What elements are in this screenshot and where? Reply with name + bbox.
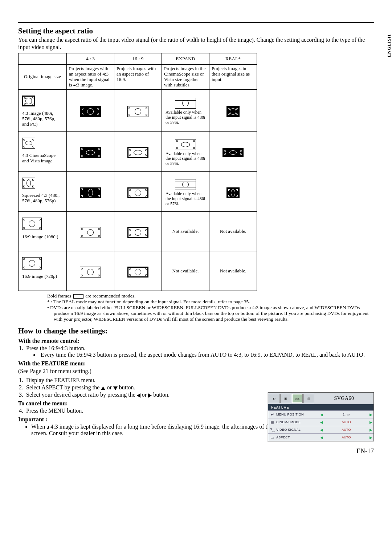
step-feature-2: Select ASPECT by pressing the or button. bbox=[25, 384, 374, 391]
thumb-icon bbox=[127, 106, 148, 117]
osd-feature-menu: ◐ ▣ opt. ▤ SVGA60 FEATURE ↵ MENU POSITIO… bbox=[268, 392, 374, 441]
thumb-icon bbox=[22, 218, 42, 230]
osd-tab-3[interactable]: opt. bbox=[292, 394, 303, 403]
thumb-icon bbox=[22, 96, 35, 106]
row-label-720p: 16:9 image (720p) bbox=[19, 251, 67, 291]
col-header-16-9: 16 : 9 bbox=[114, 53, 162, 65]
osd-mode-label: SVGA60 bbox=[315, 396, 373, 401]
menu-position-icon: ↵ bbox=[268, 412, 276, 417]
video-signal-icon: ?␣ bbox=[268, 428, 276, 432]
heading-aspect-ratio: Setting the aspect ratio bbox=[18, 27, 374, 36]
note-dvd: DVDs are usually labeled either FULLSCRE… bbox=[47, 305, 374, 322]
feature-ref: (See Page 21 for menu setting.) bbox=[18, 368, 374, 375]
right-arrow-icon[interactable]: ▶ bbox=[368, 436, 373, 439]
left-arrow-icon[interactable]: ◀ bbox=[319, 428, 324, 432]
note-bold-frames-post: are recommended modes. bbox=[85, 293, 135, 299]
cell-original-16-9: Projects images with an aspect ratio of … bbox=[114, 65, 162, 90]
language-tab: ENGLISH bbox=[386, 35, 392, 57]
left-arrow-icon[interactable]: ◀ bbox=[319, 420, 324, 424]
right-arrow-icon[interactable]: ▶ bbox=[368, 413, 373, 417]
cell-na: Not available. bbox=[162, 212, 209, 251]
page-number: EN-17 bbox=[18, 447, 374, 455]
table-footnotes: Bold frames are recommended modes. * : T… bbox=[33, 293, 374, 322]
right-arrow-icon bbox=[148, 393, 152, 398]
row-label-cinemascope: 4:3 CinemaScope and Vista image bbox=[19, 131, 67, 171]
cell-original-real: Projects images in their original size a… bbox=[209, 65, 257, 90]
thumb-icon bbox=[22, 138, 35, 149]
aspect-ratio-table: 4 : 3 16 : 9 EXPAND REAL* Original image… bbox=[18, 53, 257, 291]
cell-note: Available only when the input signal is … bbox=[166, 191, 205, 206]
thumb-icon bbox=[80, 106, 101, 117]
osd-tab-2[interactable]: ▣ bbox=[280, 394, 291, 403]
cinema-mode-icon: ▦ bbox=[268, 420, 276, 425]
cell-original-expand: Projects images in the CinemaScope size … bbox=[162, 65, 209, 90]
cell-note: Available only when the input signal is … bbox=[166, 151, 205, 166]
osd-row-label: VIDEO SIGNAL bbox=[276, 428, 319, 432]
heading-how-to-change: How to change the settings: bbox=[18, 327, 374, 336]
down-arrow-icon bbox=[113, 386, 118, 390]
step-remote-1-sub: Every time the 16:9/4:3 button is presse… bbox=[39, 352, 374, 358]
osd-row-value: AUTO bbox=[324, 420, 368, 424]
up-arrow-icon bbox=[101, 386, 105, 390]
thumb-icon bbox=[175, 139, 196, 150]
thumb-icon bbox=[226, 106, 240, 117]
thumb-icon bbox=[80, 267, 101, 278]
row-label-text: 4:3 image (480i, 576i, 480p, 576p, and P… bbox=[22, 109, 63, 127]
thumb-icon bbox=[22, 257, 42, 270]
right-arrow-icon[interactable]: ▶ bbox=[368, 420, 373, 424]
row-label-text: 16:9 image (720p) bbox=[22, 272, 57, 279]
aspect-icon: ▭ bbox=[268, 435, 276, 440]
thumb-icon bbox=[22, 178, 35, 189]
row-label-1080i: 16:9 image (1080i) bbox=[19, 212, 67, 251]
thumb-icon bbox=[222, 148, 244, 157]
header-rule bbox=[18, 22, 374, 23]
left-arrow-icon bbox=[137, 393, 140, 398]
row-label-text: 4:3 CinemaScope and Vista image bbox=[22, 151, 63, 164]
cell-original-4-3: Projects images with an aspect ratio of … bbox=[67, 65, 114, 90]
step-feature-1: Display the FEATURE menu. bbox=[25, 377, 374, 384]
osd-tab-1[interactable]: ◐ bbox=[269, 394, 279, 403]
osd-row-cinema-mode[interactable]: ▦ CINEMA MODE ◀ AUTO ▶ bbox=[268, 418, 373, 426]
intro-paragraph: You can change the aspect ratio of the i… bbox=[18, 36, 374, 51]
left-arrow-icon[interactable]: ◀ bbox=[319, 436, 324, 439]
cell-note: Available only when the input signal is … bbox=[166, 110, 205, 125]
thumb-icon bbox=[127, 147, 148, 158]
thumb-icon bbox=[127, 187, 148, 198]
step-remote-1: Press the 16:9/4:3 button. Every time th… bbox=[25, 345, 374, 358]
osd-row-value: AUTO bbox=[324, 436, 368, 439]
osd-header: FEATURE bbox=[268, 404, 373, 410]
row-label-text: Squeezed 4:3 (480i, 576i, 480p, 576p) bbox=[22, 191, 63, 204]
col-header-4-3: 4 : 3 bbox=[67, 53, 114, 65]
thumb-icon bbox=[226, 187, 240, 198]
thumb-icon bbox=[175, 179, 196, 190]
thumb-icon bbox=[127, 227, 148, 238]
osd-row-label: MENU POSITION bbox=[276, 413, 319, 416]
row-label-4-3-image: 4:3 image (480i, 576i, 480p, 576p, and P… bbox=[19, 89, 67, 131]
osd-row-video-signal[interactable]: ?␣ VIDEO SIGNAL ◀ AUTO ▶ bbox=[268, 426, 373, 433]
thumb-icon bbox=[80, 227, 101, 238]
heading-remote: With the remote control: bbox=[18, 338, 374, 344]
row-label-squeezed: Squeezed 4:3 (480i, 576i, 480p, 576p) bbox=[19, 171, 67, 211]
osd-row-label: CINEMA MODE bbox=[276, 420, 319, 424]
row-label-text: 16:9 image (1080i) bbox=[22, 232, 58, 240]
thumb-icon bbox=[127, 267, 148, 278]
osd-row-label: ASPECT bbox=[276, 436, 319, 439]
thumb-icon bbox=[80, 147, 101, 158]
osd-row-aspect[interactable]: ▭ ASPECT ◀ AUTO ▶ bbox=[268, 433, 373, 441]
col-header-expand: EXPAND bbox=[162, 53, 209, 65]
osd-tab-4[interactable]: ▤ bbox=[303, 394, 314, 403]
row-label-original: Original image size bbox=[19, 65, 67, 90]
osd-row-value: AUTO bbox=[324, 428, 368, 432]
left-arrow-icon[interactable]: ◀ bbox=[319, 413, 324, 417]
heading-feature-menu: With the FEATURE menu: bbox=[18, 360, 374, 367]
osd-row-value: 1. ▭ bbox=[324, 413, 368, 416]
right-arrow-icon[interactable]: ▶ bbox=[368, 428, 373, 432]
bold-frame-icon bbox=[73, 294, 83, 299]
note-bold-frames-pre: Bold frames bbox=[47, 293, 71, 299]
cell-na: Not available. bbox=[209, 212, 257, 251]
cell-na: Not available. bbox=[162, 251, 209, 291]
osd-row-menu-position[interactable]: ↵ MENU POSITION ◀ 1. ▭ ▶ bbox=[268, 410, 373, 418]
thumb-icon bbox=[175, 98, 196, 109]
note-real-mode: * : The REAL mode may not function depen… bbox=[47, 299, 374, 305]
cell-na: Not available. bbox=[209, 251, 257, 291]
